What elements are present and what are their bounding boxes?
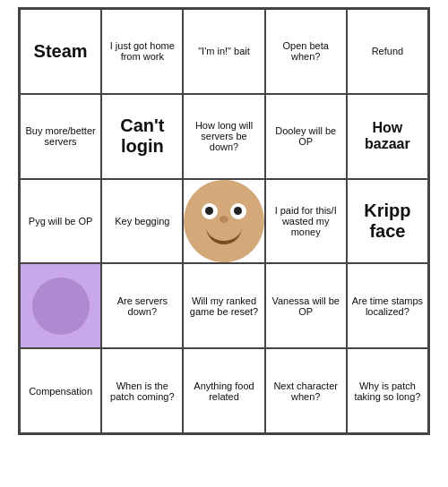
cell-18[interactable]: Vanessa will be OP <box>265 263 347 348</box>
cell-11[interactable]: Key begging <box>101 179 183 264</box>
cell-14[interactable]: Kripp face <box>347 179 428 264</box>
cell-4[interactable]: Refund <box>347 9 428 94</box>
cell-20[interactable]: Compensation <box>20 348 101 433</box>
cell-2[interactable]: "I'm in!" bait <box>183 9 264 94</box>
cell-15[interactable] <box>20 263 101 348</box>
cell-6[interactable]: Can't login <box>101 94 183 179</box>
cell-0[interactable]: Steam <box>20 9 101 94</box>
cell-19[interactable]: Are time stamps localized? <box>347 263 428 348</box>
cell-17[interactable]: Will my ranked game be reset? <box>183 263 264 348</box>
cell-13[interactable]: I paid for this/I wasted my money <box>265 179 347 264</box>
cell-12[interactable] <box>183 179 264 264</box>
cell-21[interactable]: When is the patch coming? <box>101 348 183 433</box>
bingo-grid: SteamI just got home from work"I'm in!" … <box>18 7 430 435</box>
bingo-header <box>18 0 430 7</box>
cell-16[interactable]: Are servers down? <box>101 263 183 348</box>
cell-7[interactable]: How long will servers be down? <box>183 94 264 179</box>
cell-10[interactable]: Pyg will be OP <box>20 179 101 264</box>
cell-3[interactable]: Open beta when? <box>265 9 347 94</box>
cell-1[interactable]: I just got home from work <box>101 9 183 94</box>
cell-5[interactable]: Buy more/better servers <box>20 94 101 179</box>
cell-9[interactable]: How bazaar <box>347 94 428 179</box>
cell-22[interactable]: Anything food related <box>183 348 264 433</box>
cell-8[interactable]: Dooley will be OP <box>265 94 347 179</box>
cell-24[interactable]: Why is patch taking so long? <box>347 348 428 433</box>
cell-23[interactable]: Next character when? <box>265 348 347 433</box>
